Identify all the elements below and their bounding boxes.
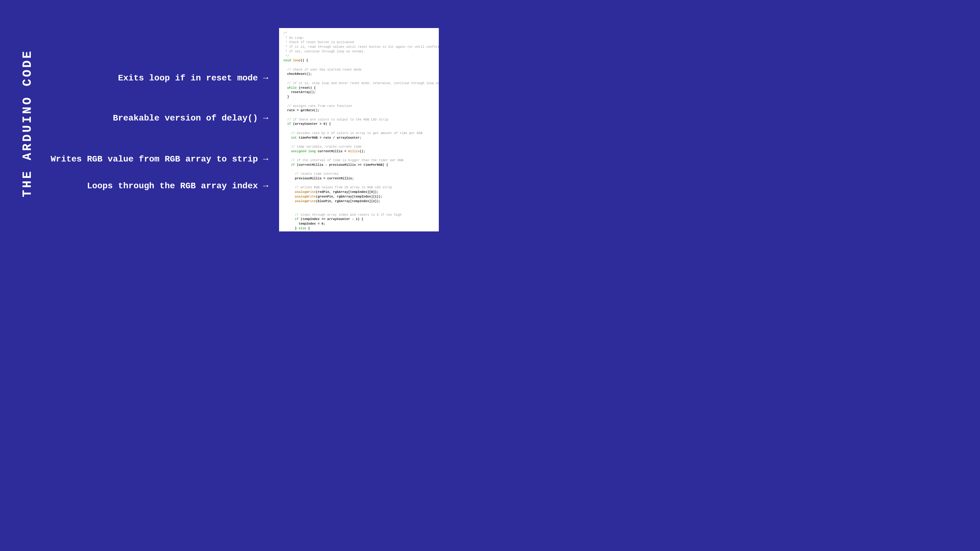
- code-token: while: [287, 86, 297, 90]
- code-token: millis: [348, 149, 360, 153]
- code-line: previousMillis = currentMillis;: [283, 176, 354, 180]
- code-token: else: [299, 227, 306, 230]
- code-line: // check if user has started reset mode: [283, 68, 361, 71]
- code-line: // temp variable, tracks current time: [283, 145, 361, 149]
- code-line: * Check if reset button is activated: [283, 40, 354, 44]
- code-token: (greenPin, rgbArray[tempIndex][1]);: [316, 195, 382, 198]
- code-token: if: [295, 217, 299, 221]
- code-line: tempIndex = 0;: [283, 222, 325, 225]
- code-line: // writes RGB values from 2D array to RG…: [283, 186, 392, 189]
- code-token: () {: [301, 59, 309, 62]
- code-token: [283, 122, 287, 126]
- code-line: }: [283, 95, 289, 98]
- annotation-breakable-delay: Breakable version of delay() →: [113, 113, 268, 123]
- code-token: unsigned long: [291, 149, 316, 153]
- code-token: analogWrite: [295, 195, 316, 198]
- code-line: // if there are colors to output to the …: [283, 118, 388, 121]
- code-token: if: [291, 163, 295, 167]
- code-line: * If not, continue through loop as norma…: [283, 49, 366, 53]
- code-token: ();: [360, 149, 366, 153]
- code-token: timePerRGB = rate / arrayCounter;: [297, 136, 361, 140]
- code-token: [283, 163, 291, 167]
- code-token: [283, 217, 295, 221]
- code-token: (arrayCounter > 0) {: [291, 122, 331, 126]
- code-panel: /* * On Loop: * Check if reset button is…: [279, 28, 439, 232]
- code-token: [283, 86, 287, 90]
- code-line: /*: [283, 32, 287, 35]
- code-line: resetArray();: [283, 90, 316, 94]
- code-token: (reset) {: [297, 86, 316, 90]
- code-line: // if it is, stop loop and enter reset m…: [283, 81, 439, 85]
- code-token: (currentMillis - previousMillis >= timeP…: [295, 163, 388, 167]
- code-token: analogWrite: [295, 190, 316, 194]
- code-line: // assigns rate from rate function: [283, 104, 352, 108]
- code-line: rate = getRate();: [283, 108, 320, 112]
- code-token: (redPin, rgbArray[tempIndex][0]);: [316, 190, 379, 194]
- code-token: int: [291, 136, 297, 140]
- code-line: checkReset();: [283, 72, 312, 76]
- slide-title-vertical: THE ARDUINO CODE: [21, 49, 35, 197]
- code-line: // steps through array index and resets …: [283, 213, 401, 217]
- annotation-loop-index: Loops through the RGB array index →: [87, 181, 268, 191]
- code-token: void: [283, 59, 291, 62]
- code-line: // if the interval of time is bigger tha…: [283, 159, 403, 162]
- code-token: loop: [293, 59, 301, 62]
- code-token: [283, 190, 295, 194]
- code-token: [283, 195, 295, 198]
- code-token: (tempIndex == arrayCounter - 1) {: [299, 217, 363, 221]
- code-line: * If it is, read through values until re…: [283, 45, 439, 49]
- code-token: [283, 199, 295, 203]
- code-token: (bluePin, rgbArray[tempIndex][2]);: [316, 199, 380, 203]
- code-line: tempIndex++;: [283, 231, 321, 232]
- code-line: // resets time interval: [283, 172, 339, 176]
- code-token: [283, 149, 291, 153]
- code-token: currentMillis =: [316, 149, 348, 153]
- code-line: * On Loop:: [283, 36, 304, 40]
- code-token: if: [287, 122, 291, 126]
- annotation-write-rgb: Writes RGB value from RGB array to strip…: [51, 154, 268, 164]
- code-token: [283, 136, 291, 140]
- annotation-reset-mode: Exits loop if in reset mode →: [118, 73, 268, 83]
- code-line: // divides rate by # of colors in array …: [283, 131, 422, 135]
- code-line: */: [283, 54, 289, 58]
- code-block: /* * On Loop: * Check if reset button is…: [283, 31, 436, 232]
- code-token: {: [306, 227, 310, 230]
- code-token: analogWrite: [295, 199, 316, 203]
- code-token: }: [283, 227, 299, 230]
